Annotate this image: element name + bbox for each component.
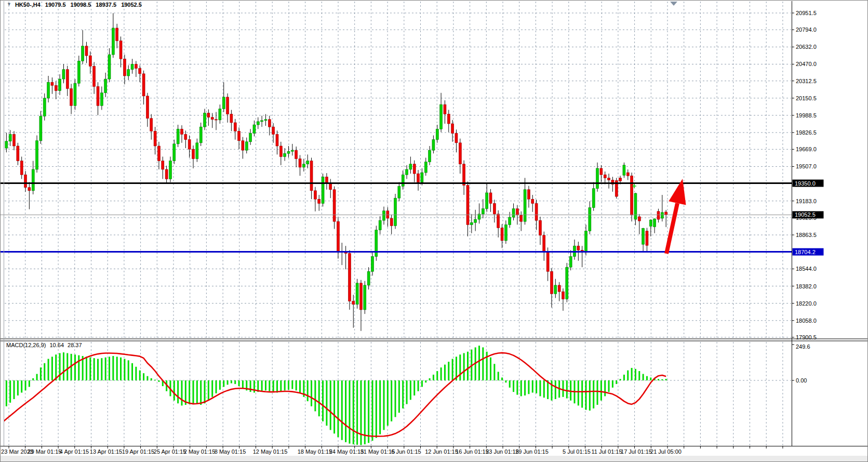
candlestick-chart[interactable]: 20951.520794.020632.020470.020312.520150…: [0, 0, 868, 462]
candle-body: [520, 215, 523, 221]
candle-body: [646, 231, 648, 246]
candle-body: [70, 89, 73, 106]
candle-body: [89, 56, 91, 66]
macd-signal-value: 28.37: [68, 342, 82, 348]
candle-body: [524, 190, 526, 221]
candle-body: [55, 85, 57, 90]
candle-body: [661, 213, 663, 218]
candle-body: [24, 175, 27, 188]
candle-body: [127, 70, 130, 76]
candle-body: [139, 69, 141, 74]
time-tick-label: 29 Jun 01:15: [515, 448, 549, 455]
time-tick-label: 31 May 01:15: [360, 448, 395, 455]
price-tick-label: 20951.5: [796, 10, 817, 16]
candle-body: [165, 169, 168, 179]
time-tick-label: 17 Jul 01:15: [621, 448, 652, 455]
price-tick-label: 19507.0: [796, 163, 817, 169]
candle-body: [318, 199, 321, 203]
high-value: 19098.5: [71, 2, 91, 8]
candle-body: [642, 228, 645, 244]
candle-body: [535, 203, 538, 220]
bottom-strip: [1, 456, 867, 461]
time-tick-label: 2 May 01:15: [184, 448, 216, 455]
time-tick-label: 29 Mar 01:15: [28, 448, 62, 455]
candle-body: [199, 127, 202, 143]
candle-body: [215, 120, 218, 120]
candle-body: [66, 70, 69, 89]
candle-body: [325, 177, 328, 183]
candle-body: [509, 217, 511, 225]
candle-body: [550, 271, 553, 294]
candle-body: [470, 222, 473, 225]
macd-tick-label: 0.00: [796, 377, 807, 384]
candle-body: [108, 55, 111, 79]
candle-body: [546, 251, 549, 271]
candle-body: [142, 74, 145, 96]
candle-body: [383, 211, 385, 220]
candle-body: [631, 176, 633, 215]
one-click-dropdown-icon[interactable]: ▼: [7, 2, 11, 7]
candle-body: [558, 285, 560, 292]
candle-body: [440, 104, 443, 129]
candle-body: [421, 173, 423, 182]
candle-body: [291, 150, 293, 151]
candle-body: [577, 246, 580, 250]
candle-body: [226, 97, 229, 114]
candle-body: [59, 79, 61, 90]
candle-body: [268, 120, 271, 127]
candle-body: [135, 64, 137, 68]
candle-body: [665, 212, 667, 215]
candle-body: [379, 220, 381, 230]
price-tick-label: 20150.5: [796, 95, 817, 101]
candle-body: [238, 131, 241, 140]
candle-body: [585, 231, 587, 253]
candle-body: [119, 41, 122, 59]
candle-body: [77, 61, 80, 83]
candle-body: [207, 113, 210, 117]
candle-body: [43, 98, 46, 116]
time-tick-label: 19 Apr 01:15: [122, 448, 154, 455]
price-tick-label: 20470.0: [796, 61, 817, 67]
candle-body: [539, 220, 541, 235]
candle-body: [638, 217, 640, 221]
candle-body: [474, 219, 477, 222]
candle-body: [264, 120, 267, 121]
candle-body: [402, 175, 404, 186]
candle-body: [5, 141, 8, 148]
price-tick-label: 19826.5: [796, 129, 817, 136]
candle-body: [249, 133, 252, 141]
candle-body: [123, 59, 126, 76]
price-tick-label: 18863.5: [796, 232, 817, 238]
price-tick-label: 18220.0: [796, 300, 817, 307]
candle-body: [112, 28, 114, 55]
candle-body: [184, 134, 187, 139]
price-tick-label: 19669.0: [796, 146, 817, 152]
close-value: 19052.5: [121, 2, 142, 8]
candle-body: [367, 271, 370, 285]
candle-body: [196, 143, 198, 159]
candle-body: [356, 283, 358, 305]
candle-body: [93, 67, 96, 87]
candle-body: [497, 214, 500, 228]
candle-body: [592, 189, 595, 208]
candle-body: [47, 82, 50, 98]
time-tick-label: 6 Jun 01:15: [391, 448, 421, 455]
candle-body: [653, 219, 656, 227]
candle-body: [482, 209, 484, 214]
candle-body: [28, 188, 31, 191]
candle-body: [657, 212, 660, 219]
candle-body: [429, 150, 431, 162]
candle-body: [516, 209, 518, 215]
candle-body: [417, 174, 420, 182]
time-tick-label: 13 Apr 01:15: [90, 448, 122, 455]
candle-body: [306, 161, 309, 164]
candle-body: [188, 140, 191, 149]
candle-body: [85, 46, 88, 56]
candle-body: [17, 146, 19, 161]
candle-body: [348, 254, 351, 301]
candle-body: [180, 129, 183, 134]
candle-body: [272, 127, 275, 134]
bid-line-badge-label: 19052.5: [795, 212, 816, 218]
time-tick-label: 18 May 01:15: [298, 448, 332, 455]
candle-body: [100, 93, 103, 106]
